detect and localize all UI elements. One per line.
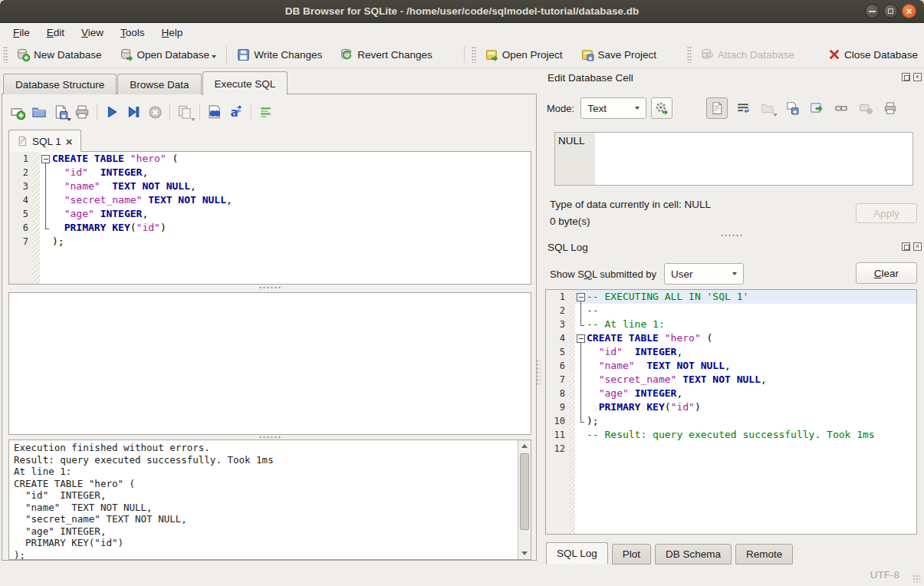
menu-edit[interactable]: Edit	[38, 25, 73, 41]
panel-splitter[interactable]	[536, 359, 541, 385]
titlebar[interactable]: DB Browser for SQLite - /home/user/code/…	[0, 0, 924, 23]
tab-execute-sql[interactable]: Execute SQL	[202, 71, 288, 95]
open-database-icon	[120, 48, 133, 61]
dock-tab-plot[interactable]: Plot	[612, 544, 651, 565]
results-grid[interactable]	[8, 292, 531, 435]
dock-tab-remote[interactable]: Remote	[735, 544, 793, 565]
new-sql-tab-button[interactable]	[7, 101, 28, 123]
write-changes-button[interactable]: Write Changes	[231, 44, 328, 65]
close-database-button[interactable]: Close Database	[822, 44, 924, 64]
code-line[interactable]: 4 "secret_name" TEXT NOT NULL,	[9, 193, 531, 207]
code-line[interactable]: 8 "age" INTEGER,	[546, 387, 916, 400]
execution-log-pane[interactable]: Execution finished without errors.Result…	[8, 440, 531, 560]
import-cell-button[interactable]	[781, 97, 803, 119]
encoding-indicator[interactable]: UTF-8	[870, 569, 899, 581]
export-results-button	[174, 101, 196, 123]
code-line[interactable]: 12	[546, 442, 916, 456]
sql-log-view[interactable]: 1-- EXECUTING ALL IN 'SQL 1'2--3-- At li…	[545, 289, 917, 535]
code-line[interactable]: 4CREATE TABLE "hero" (	[546, 331, 916, 345]
menu-tools[interactable]: Tools	[112, 25, 153, 41]
close-button[interactable]: ×	[902, 4, 916, 18]
tab-database-structure[interactable]: Database Structure	[3, 74, 117, 94]
new-database-button[interactable]: New Database	[11, 44, 108, 65]
code-line[interactable]: 6 PRIMARY KEY("id")	[9, 221, 531, 235]
save-project-button[interactable]: Save Project	[575, 44, 663, 65]
find-button[interactable]	[204, 101, 225, 123]
code-line[interactable]: 1-- EXECUTING ALL IN 'SQL 1'	[546, 290, 916, 304]
cell-value-editor[interactable]: NULL	[554, 132, 913, 186]
toolbar-handle-3[interactable]	[687, 46, 692, 63]
code-line[interactable]: 2--	[546, 304, 916, 318]
dock-tab-sql-log[interactable]: SQL Log	[546, 542, 608, 565]
apply-button: Apply	[856, 203, 917, 223]
open-project-button[interactable]: Open Project	[479, 44, 569, 65]
code-line[interactable]: 9 PRIMARY KEY("id")	[546, 400, 916, 414]
open-sql-file-button[interactable]	[28, 101, 50, 123]
sql-editor[interactable]: 1CREATE TABLE "hero" (2 "id" INTEGER,3 "…	[8, 151, 531, 285]
export-results-dropdown	[191, 118, 196, 121]
code-line[interactable]: 7 "secret_name" TEXT NOT NULL,	[546, 373, 916, 387]
execution-log-scrollbar[interactable]	[518, 440, 531, 559]
maximize-button[interactable]	[883, 4, 898, 18]
attach-database-icon	[701, 48, 714, 61]
menu-view[interactable]: View	[73, 25, 112, 41]
revert-changes-button[interactable]: Revert Changes	[334, 44, 439, 65]
tab-browse-data[interactable]: Browse Data	[117, 74, 201, 94]
execute-line-button[interactable]	[123, 101, 144, 123]
code-line[interactable]: 1CREATE TABLE "hero" (	[9, 152, 531, 166]
clear-log-button[interactable]: Clear	[856, 262, 917, 284]
format-sql-button[interactable]	[225, 101, 247, 123]
toolbar-handle[interactable]	[3, 46, 8, 63]
submitted-by-combobox[interactable]: User	[664, 263, 744, 285]
open-database-button[interactable]: Open Database	[114, 44, 223, 65]
dock-tabbar: SQL Log Plot DB Schema Remote	[546, 542, 797, 565]
dock-tab-db-schema[interactable]: DB Schema	[655, 544, 732, 565]
menu-file[interactable]: File	[5, 25, 38, 41]
code-line[interactable]: 5 "age" INTEGER,	[9, 207, 531, 221]
word-wrap-button[interactable]	[732, 97, 754, 119]
auto-mode-gear-icon	[655, 101, 669, 115]
export-icon	[810, 101, 824, 115]
scroll-down-icon[interactable]	[518, 548, 531, 559]
code-line[interactable]: 3 "name" TEXT NOT NULL,	[9, 179, 531, 193]
editor-results-splitter[interactable]	[8, 285, 531, 290]
code-line[interactable]: 7);	[9, 235, 531, 249]
cell-log-splitter[interactable]	[545, 233, 917, 238]
open-database-dropdown[interactable]	[212, 55, 216, 58]
code-line[interactable]: 5 "id" INTEGER,	[546, 345, 916, 359]
sql-file-tab[interactable]: SQL 1 ×	[8, 130, 81, 152]
text-mode-button[interactable]	[706, 97, 728, 119]
code-line[interactable]: 11-- Result: query executed successfully…	[546, 428, 916, 442]
edit-cell-title: Edit Database Cell	[547, 72, 633, 84]
float-panel-icon[interactable]	[902, 73, 910, 81]
menu-help[interactable]: Help	[153, 25, 192, 41]
save-sql-file-button[interactable]	[50, 101, 71, 123]
resize-grip[interactable]	[912, 574, 920, 582]
export-cell-button[interactable]	[806, 97, 827, 119]
float-log-panel-icon[interactable]	[902, 242, 910, 251]
code-line[interactable]: 2 "id" INTEGER,	[9, 166, 531, 179]
close-log-panel-icon[interactable]: ×	[913, 242, 922, 251]
open-cell-file-button	[757, 97, 778, 119]
close-sql-tab-icon[interactable]: ×	[66, 135, 73, 148]
main-tabbar: Database Structure Browse Data Execute S…	[3, 71, 288, 94]
revert-changes-icon	[340, 48, 353, 61]
code-line[interactable]: 3-- At line 1:	[546, 318, 916, 331]
auto-switch-mode-button[interactable]	[651, 97, 672, 119]
code-line[interactable]: 6 "name" TEXT NOT NULL,	[546, 359, 916, 373]
results-list-button[interactable]	[255, 101, 277, 123]
mode-combobox[interactable]: Text	[580, 97, 646, 119]
scrollbar-thumb[interactable]	[520, 453, 529, 530]
execute-sql-panel: SQL 1 × 1CREATE TABLE "hero" (2 "id" INT…	[2, 94, 537, 561]
execute-all-button[interactable]	[101, 101, 123, 123]
link-cell-button[interactable]	[830, 97, 852, 119]
print-cell-button[interactable]	[880, 97, 901, 119]
code-line[interactable]: 10);	[546, 414, 916, 428]
toolbar-handle-2[interactable]	[472, 46, 476, 63]
scroll-up-icon[interactable]	[518, 440, 531, 452]
maximize-icon	[888, 8, 893, 14]
cell-type-info: Type of data currently in cell: NULL	[550, 199, 711, 210]
minimize-button[interactable]	[865, 4, 880, 18]
close-panel-icon[interactable]: ×	[913, 73, 922, 81]
print-sql-button[interactable]	[71, 101, 93, 123]
